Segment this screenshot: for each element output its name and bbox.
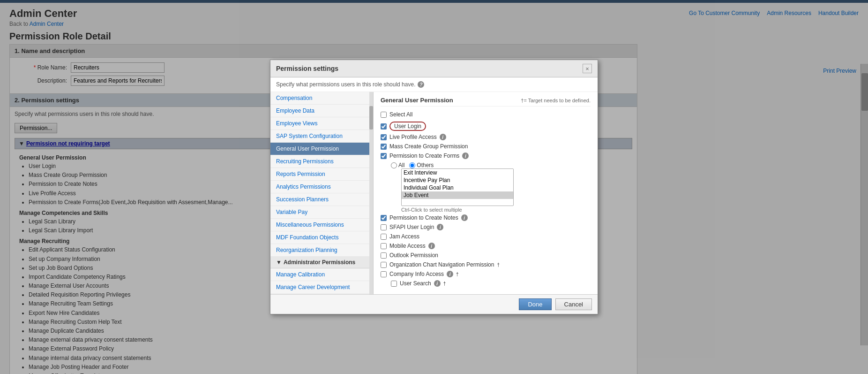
perm-item-sfapi-user-login: SFAPI User Login i	[381, 224, 591, 230]
perm-item-mobile-access: Mobile Access i	[381, 243, 591, 249]
mobile-info-icon[interactable]: i	[428, 243, 435, 249]
perm-item-jam-access: Jam Access	[381, 233, 591, 240]
user-search-checkbox[interactable]	[391, 281, 397, 287]
sfapi-user-login-label[interactable]: SFAPI User Login	[389, 224, 434, 230]
option-exit-interview[interactable]: Exit Interview	[402, 169, 513, 176]
nav-item-manage-calibration[interactable]: Manage Calibration	[270, 268, 373, 281]
radio-others[interactable]	[409, 162, 415, 168]
org-chart-checkbox[interactable]	[381, 262, 387, 268]
modal-content: General User Permission †= Target needs …	[374, 92, 598, 294]
perm-item-outlook-permission: Outlook Permission	[381, 252, 591, 259]
multiselect-hint: Ctrl-Click to select multiple	[401, 207, 591, 213]
option-job-event[interactable]: Job Event	[402, 191, 513, 199]
company-info-label[interactable]: Company Info Access	[389, 271, 444, 277]
jam-access-label[interactable]: Jam Access	[389, 233, 419, 240]
live-profile-label[interactable]: Live Profile Access	[389, 134, 437, 140]
outlook-permission-checkbox[interactable]	[381, 252, 387, 259]
create-forms-sub-options: All Others Exit Interview Incentive Pay …	[391, 162, 591, 213]
nav-item-miscellaneous-permissions[interactable]: Miscellaneous Permissions	[270, 219, 373, 231]
sfapi-user-login-checkbox[interactable]	[381, 224, 387, 230]
create-notes-checkbox[interactable]	[381, 215, 387, 221]
nav-item-mdf-foundation-objects[interactable]: MDF Foundation Objects	[270, 231, 373, 244]
create-notes-label[interactable]: Permission to Create Notes	[389, 214, 458, 221]
forms-multiselect[interactable]: Exit Interview Incentive Pay Plan Indivi…	[401, 168, 514, 206]
nav-item-analytics-permissions[interactable]: Analytics Permissions	[270, 181, 373, 193]
collapse-triangle: ▼	[276, 259, 282, 266]
admin-permissions-section: ▼ Administrator Permissions	[270, 257, 373, 268]
org-chart-label[interactable]: Organization Chart Navigation Permission	[389, 261, 494, 268]
radio-all[interactable]	[391, 162, 397, 168]
modal-content-header: General User Permission †= Target needs …	[381, 97, 591, 107]
modal-title: Permission settings	[276, 65, 338, 72]
perm-item-company-info: Company Info Access i †	[381, 271, 591, 277]
user-login-highlight: User Login	[389, 122, 426, 131]
permission-settings-modal: Permission settings × Specify what permi…	[270, 60, 598, 314]
company-info-icon[interactable]: i	[447, 271, 453, 277]
user-search-label[interactable]: User Search	[400, 280, 431, 287]
nav-item-recruiting-permissions[interactable]: Recruiting Permissions	[270, 155, 373, 168]
modal-body: Compensation Employee Data Employee View…	[270, 92, 598, 294]
nav-item-employee-views[interactable]: Employee Views	[270, 117, 373, 130]
modal-overlay: Permission settings × Specify what permi…	[0, 0, 868, 374]
option-individual-goal[interactable]: Individual Goal Plan	[402, 184, 513, 191]
modal-nav: Compensation Employee Data Employee View…	[270, 92, 374, 294]
nav-item-reports-permission[interactable]: Reports Permission	[270, 168, 373, 181]
create-forms-info-icon[interactable]: i	[462, 153, 469, 159]
modal-close-button[interactable]: ×	[583, 64, 592, 73]
perm-item-live-profile-access: Live Profile Access i	[381, 134, 591, 140]
perm-item-org-chart: Organization Chart Navigation Permission…	[381, 261, 591, 268]
done-button[interactable]: Done	[519, 298, 551, 310]
create-notes-info-icon[interactable]: i	[461, 214, 468, 221]
perm-item-user-login: User Login	[381, 122, 591, 131]
nav-item-reorganization-planning[interactable]: Reorganization Planning	[270, 244, 373, 257]
sfapi-info-icon[interactable]: i	[437, 224, 443, 230]
modal-subtitle: Specify what permissions users in this r…	[270, 77, 598, 92]
radio-all-label[interactable]: All	[391, 162, 404, 168]
nav-item-general-user-permission[interactable]: General User Permission	[270, 143, 373, 155]
perm-item-company-info-wrapper: Company Info Access i † User Search i †	[381, 271, 591, 287]
option-incentive-pay[interactable]: Incentive Pay Plan	[402, 176, 513, 184]
select-all-row: Select All	[381, 111, 591, 118]
nav-item-sap-system-config[interactable]: SAP System Configuration	[270, 130, 373, 143]
target-note: †= Target needs to be defined.	[521, 98, 591, 103]
mobile-access-checkbox[interactable]	[381, 243, 387, 249]
org-chart-target-marker: †	[497, 262, 500, 267]
content-title: General User Permission	[381, 97, 453, 104]
perm-item-user-search: User Search i †	[391, 280, 591, 287]
user-search-info-icon[interactable]: i	[434, 280, 441, 287]
user-login-label[interactable]: User Login	[394, 123, 421, 130]
create-forms-label[interactable]: Permission to Create Forms	[389, 153, 459, 159]
live-profile-info-icon[interactable]: i	[440, 134, 446, 140]
mass-create-group-checkbox[interactable]	[381, 144, 387, 150]
perm-item-mass-create-group: Mass Create Group Permission	[381, 143, 591, 150]
subtitle-info-icon[interactable]: ?	[418, 81, 424, 88]
outlook-permission-label[interactable]: Outlook Permission	[389, 252, 438, 259]
company-info-target-marker: †	[456, 272, 459, 277]
modal-footer: Done Cancel	[270, 294, 598, 314]
create-forms-checkbox[interactable]	[381, 153, 387, 159]
user-search-target-marker: †	[443, 281, 446, 286]
nav-scrollbar[interactable]	[369, 92, 373, 294]
perm-item-create-forms-wrapper: Permission to Create Forms i All Others	[381, 153, 591, 213]
company-info-checkbox[interactable]	[381, 271, 387, 277]
radio-others-label[interactable]: Others	[409, 162, 434, 168]
nav-item-variable-pay[interactable]: Variable Pay	[270, 206, 373, 219]
user-login-checkbox[interactable]	[381, 123, 387, 130]
perm-item-create-notes: Permission to Create Notes i	[381, 214, 591, 221]
create-forms-radio-group: All Others	[391, 162, 591, 168]
select-all-checkbox[interactable]	[381, 112, 387, 118]
cancel-button[interactable]: Cancel	[555, 298, 592, 310]
nav-item-compensation[interactable]: Compensation	[270, 92, 373, 105]
mobile-access-label[interactable]: Mobile Access	[389, 243, 426, 249]
mass-create-group-label[interactable]: Mass Create Group Permission	[389, 143, 468, 150]
nav-item-succession-planners[interactable]: Succession Planners	[270, 193, 373, 206]
live-profile-checkbox[interactable]	[381, 134, 387, 140]
select-all-label[interactable]: Select All	[389, 111, 412, 118]
perm-item-create-forms: Permission to Create Forms i	[381, 153, 591, 159]
modal-header: Permission settings ×	[270, 60, 598, 77]
nav-item-employee-data[interactable]: Employee Data	[270, 105, 373, 117]
jam-access-checkbox[interactable]	[381, 234, 387, 240]
nav-item-manage-career-development[interactable]: Manage Career Development	[270, 281, 373, 294]
